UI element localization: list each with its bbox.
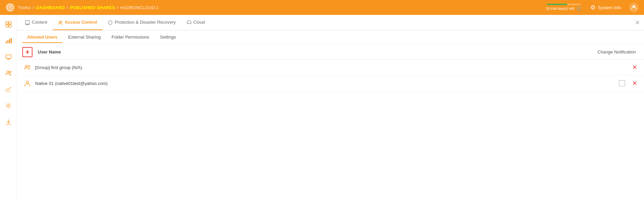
tab-content[interactable]: Content	[20, 15, 53, 30]
sub-tab-bar: Allowed Users External Sharing Folder Pe…	[17, 30, 644, 45]
app-logo: T	[5, 3, 15, 12]
row-delete-button[interactable]: ✕	[630, 63, 639, 71]
table-header: + User Name Change Notification	[17, 45, 644, 60]
main-layout: Content Access Control	[0, 15, 644, 201]
tab-bar: Content Access Control	[17, 15, 644, 30]
row-group-name: [Group] first group (N/A)	[35, 65, 630, 70]
tab-protection-icon	[108, 19, 113, 25]
users-table: + User Name Change Notification [Group] …	[17, 45, 644, 201]
cart-icon[interactable]: 🛒	[576, 6, 582, 11]
svg-point-14	[6, 71, 9, 73]
tab-content-label: Content	[32, 20, 47, 25]
breadcrumb: Triofox > DASHBOARD > PUBLISHED SHARES >…	[18, 5, 159, 10]
sidebar-item-download[interactable]	[2, 115, 15, 129]
row-notification-checkbox[interactable]	[619, 80, 625, 86]
table-row: [Group] first group (N/A) ✕	[17, 60, 644, 75]
logo-icon: T	[6, 4, 14, 11]
system-info-button[interactable]: ⚙ System Info	[590, 4, 621, 11]
svg-rect-3	[6, 22, 8, 24]
svg-point-23	[59, 21, 61, 23]
svg-rect-8	[7, 40, 8, 43]
row-user-name: Native 01 (native01test@yahoo.com)	[35, 81, 619, 86]
svg-point-26	[28, 66, 30, 67]
svg-point-25	[25, 65, 27, 67]
add-user-button[interactable]: +	[22, 47, 32, 57]
sidebar	[0, 15, 17, 201]
sub-tab-folder-permissions[interactable]: Folder Permissions	[107, 32, 154, 43]
trial-text: 16 trial day(s) left. 🛒	[546, 6, 582, 11]
svg-rect-10	[11, 38, 12, 43]
col-header-notification: Change Notification	[571, 49, 639, 54]
breadcrumb-app: Triofox	[18, 5, 31, 10]
svg-rect-5	[6, 25, 8, 27]
tab-access-control[interactable]: Access Control	[53, 15, 102, 30]
tab-cloud-label: Cloud	[193, 20, 205, 25]
svg-point-17	[7, 105, 9, 107]
row-delete-button[interactable]: ✕	[630, 79, 639, 87]
gear-icon: ⚙	[590, 4, 596, 11]
content-area: Content Access Control	[17, 15, 644, 201]
svg-rect-7	[6, 41, 7, 43]
svg-text:T: T	[9, 5, 12, 9]
sidebar-item-users[interactable]	[2, 66, 15, 80]
header-right: 16 trial day(s) left. 🛒 ⚙ System Info	[546, 3, 639, 12]
svg-rect-9	[9, 39, 10, 43]
system-info-label: System Info	[598, 5, 621, 10]
svg-point-24	[61, 21, 62, 23]
close-button[interactable]: ✕	[635, 20, 640, 26]
header-left: T Triofox > DASHBOARD > PUBLISHED SHARES…	[5, 3, 159, 12]
trial-info: 16 trial day(s) left. 🛒	[546, 4, 582, 11]
group-icon	[22, 62, 32, 72]
svg-rect-19	[25, 21, 29, 24]
trial-label: 16 trial day(s) left.	[546, 6, 575, 10]
breadcrumb-share-name: HADRONCLOUD-1	[120, 5, 158, 10]
trial-bar-fill	[547, 4, 567, 5]
sidebar-item-settings[interactable]	[2, 99, 15, 112]
breadcrumb-dashboard[interactable]: DASHBOARD	[36, 5, 65, 10]
svg-rect-11	[6, 55, 11, 59]
header: T Triofox > DASHBOARD > PUBLISHED SHARES…	[0, 0, 644, 15]
trial-progress-bar	[547, 4, 581, 5]
svg-rect-4	[9, 22, 11, 24]
sidebar-item-device[interactable]	[2, 50, 15, 64]
tab-protection[interactable]: Protection & Disaster Recovery	[102, 15, 181, 30]
user-icon	[22, 78, 32, 88]
user-menu-button[interactable]	[629, 3, 639, 12]
sidebar-item-analytics[interactable]	[2, 34, 15, 47]
tab-cloud[interactable]: Cloud	[181, 15, 210, 30]
sidebar-item-reports[interactable]	[2, 83, 15, 96]
tab-access-control-label: Access Control	[65, 20, 97, 25]
svg-point-15	[9, 71, 11, 73]
svg-point-27	[26, 81, 29, 84]
tab-access-icon	[58, 19, 63, 25]
svg-rect-6	[9, 25, 11, 27]
tab-content-icon	[25, 19, 30, 25]
tab-cloud-icon	[187, 19, 191, 25]
sub-tab-external-sharing[interactable]: External Sharing	[64, 32, 106, 43]
table-row: Native 01 (native01test@yahoo.com) ✕	[17, 75, 644, 91]
col-header-username: User Name	[38, 49, 571, 54]
sub-tab-settings[interactable]: Settings	[155, 32, 181, 43]
sub-tab-allowed-users[interactable]: Allowed Users	[22, 32, 62, 43]
tab-protection-label: Protection & Disaster Recovery	[115, 20, 176, 25]
sidebar-item-dashboard[interactable]	[2, 18, 15, 31]
breadcrumb-published-shares[interactable]: PUBLISHED SHARES	[70, 5, 115, 10]
